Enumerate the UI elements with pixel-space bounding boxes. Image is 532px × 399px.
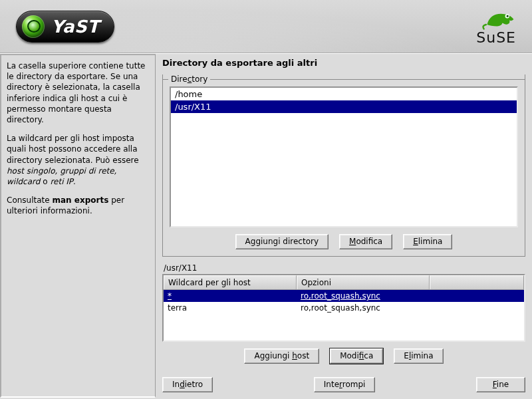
delete-host-button[interactable]: Elimina: [394, 348, 443, 364]
help-p1: La casella superiore contiene tutte le d…: [7, 61, 150, 125]
directory-group: Directory /home/usr/X11 Aggiungi directo…: [162, 74, 525, 257]
hosts-body[interactable]: *ro,root_squash,syncterraro,root_squash,…: [164, 290, 524, 340]
directory-item[interactable]: /home: [171, 88, 517, 100]
add-directory-button[interactable]: Aggiungi directory: [235, 234, 329, 249]
delete-directory-button[interactable]: Elimina: [403, 234, 452, 249]
table-row[interactable]: *ro,root_squash,sync: [164, 290, 524, 302]
app-name: YaST: [51, 17, 99, 37]
edit-host-button[interactable]: Modifica: [330, 348, 383, 364]
help-p2: La wildcard per gli host imposta quali h…: [7, 133, 150, 187]
abort-button[interactable]: Interrompi: [314, 377, 376, 392]
help-p3: Consultate man exports per ulteriori inf…: [7, 195, 150, 216]
add-host-button[interactable]: Aggiungi host: [244, 348, 319, 364]
app-logo: YaST: [16, 11, 114, 43]
brand-logo: SuSE: [476, 9, 516, 45]
header-bar: YaST SuSE: [0, 0, 532, 53]
directory-item[interactable]: /usr/X11: [171, 100, 517, 113]
wizard-nav: Indietro Interrompi Fine: [162, 369, 525, 392]
directory-buttons: Aggiungi directory Modifica Elimina: [170, 234, 518, 249]
hosts-header: Wildcard per gli host Opzioni: [164, 275, 524, 290]
back-button[interactable]: Indietro: [162, 377, 213, 392]
svg-point-1: [507, 15, 509, 17]
page-title: Directory da esportare agli altri: [162, 58, 525, 68]
directory-list[interactable]: /home/usr/X11: [170, 86, 518, 227]
main-panel: Directory da esportare agli altri Direct…: [156, 54, 532, 398]
chameleon-icon: [481, 9, 516, 30]
hosts-table[interactable]: Wildcard per gli host Opzioni *ro,root_s…: [162, 274, 525, 342]
finish-button[interactable]: Fine: [476, 377, 525, 392]
content-area: La casella superiore contiene tutte le d…: [0, 53, 532, 398]
hosts-header-wildcard[interactable]: Wildcard per gli host: [164, 275, 297, 289]
hosts-header-spacer: [430, 275, 524, 289]
yast-icon: [22, 15, 45, 38]
help-panel: La casella superiore contiene tutte le d…: [0, 54, 156, 398]
edit-directory-button[interactable]: Modifica: [339, 234, 392, 249]
hosts-header-options[interactable]: Opzioni: [297, 275, 430, 289]
table-row[interactable]: terraro,root_squash,sync: [164, 302, 524, 314]
brand-text: SuSE: [476, 31, 516, 45]
host-buttons: Aggiungi host Modifica Elimina: [162, 348, 525, 364]
hosts-caption: /usr/X11: [164, 263, 525, 273]
directory-group-label: Directory: [168, 74, 210, 84]
